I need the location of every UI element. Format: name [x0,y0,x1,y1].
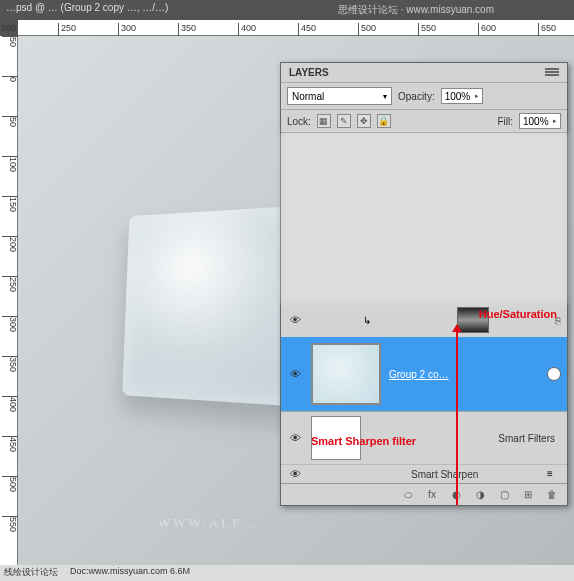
ruler-tick: 250 [58,23,76,36]
layers-tab-label: LAYERS [289,67,329,78]
blend-mode-value: Normal [292,91,324,102]
ruler-tick: 50 [2,116,18,127]
ruler-tick: 400 [238,23,256,36]
ruler-tick: 300 [118,23,136,36]
layers-tab[interactable]: LAYERS [281,63,567,82]
fill-value: 100% [523,116,549,127]
smart-object-icon[interactable] [547,367,561,381]
panel-menu-icon[interactable] [543,67,561,79]
opacity-label: Opacity: [398,91,435,102]
watermark-text: WWW.ALF… [158,515,258,531]
ruler-tick: 50 [2,36,18,47]
layers-panel-footer: ⬭ fx ◐ ◑ ▢ ⊞ 🗑 [281,483,567,505]
visibility-eye-icon[interactable]: 👁 [287,368,303,380]
ruler-tick: 200 [0,23,16,36]
layer-thumbnail[interactable] [311,343,381,405]
ruler-horizontal[interactable]: 200 250 300 350 400 450 500 550 600 650 [18,20,574,36]
visibility-eye-icon[interactable]: 👁 [287,314,303,326]
ruler-tick: 300 [2,316,18,332]
selected-layer-row[interactable]: 👁 Group 2 co… [281,337,567,411]
lock-row: Lock: ▦ ✎ ✥ 🔒 Fill: 100% [281,109,567,133]
ruler-tick: 450 [298,23,316,36]
ruler-tick: 350 [178,23,196,36]
ruler-tick: 400 [2,396,18,412]
annotation-smart-sharpen: Smart Sharpen filter [311,435,416,447]
annotation-arrow [456,325,458,505]
smart-sharpen-row[interactable]: 👁 Smart Sharpen ≡ [281,464,567,483]
ruler-tick: 600 [478,23,496,36]
ruler-tick: 150 [2,196,18,212]
status-bar: 线绘设计论坛 Doc:www.missyuan.com 6.6M [0,565,574,581]
ruler-tick: 500 [2,476,18,492]
visibility-eye-icon[interactable]: 👁 [287,432,303,444]
clip-indicator-icon: ↳ [363,315,379,326]
ice-cube-artwork [122,205,300,406]
lock-pixels-icon[interactable]: ✎ [337,114,351,128]
ruler-vertical[interactable]: 50 0 50 100 150 200 250 300 350 400 450 … [0,36,18,571]
ruler-tick: 550 [2,516,18,532]
status-left: 线绘设计论坛 [4,566,58,580]
layer-name[interactable]: Group 2 co… [389,369,448,380]
layers-panel[interactable]: LAYERS Normal Opacity: 100% Lock: ▦ ✎ ✥ … [280,62,568,506]
smart-filters-label: Smart Filters [498,433,555,444]
layer-fx-icon[interactable]: fx [425,488,439,502]
delete-layer-icon[interactable]: 🗑 [545,488,559,502]
new-layer-icon[interactable]: ⊞ [521,488,535,502]
annotation-hue-saturation: Hue/Saturation [479,308,557,320]
filter-blending-options-icon[interactable]: ≡ [547,468,561,480]
lock-transparency-icon[interactable]: ▦ [317,114,331,128]
layer-list[interactable]: Hue/Saturation Smart Sharpen filter 👁 ↳ … [281,133,567,483]
adjustment-layer-icon[interactable]: ◑ [473,488,487,502]
opacity-input[interactable]: 100% [441,88,483,104]
ruler-tick: 350 [2,356,18,372]
fill-label: Fill: [497,116,513,127]
ruler-tick: 250 [2,276,18,292]
ruler-tick: 0 [2,76,18,82]
layer-group-icon[interactable]: ▢ [497,488,511,502]
ruler-tick: 550 [418,23,436,36]
lock-position-icon[interactable]: ✥ [357,114,371,128]
link-layers-icon[interactable]: ⬭ [401,488,415,502]
opacity-value: 100% [445,91,471,102]
watermark-top: 思维设计论坛 · www.missyuan.com [338,3,494,17]
visibility-eye-icon[interactable]: 👁 [287,468,303,480]
ruler-tick: 500 [358,23,376,36]
ruler-tick: 200 [2,236,18,252]
lock-all-icon[interactable]: 🔒 [377,114,391,128]
blend-mode-row: Normal Opacity: 100% [281,82,567,109]
fill-input[interactable]: 100% [519,113,561,129]
document-title: …psd @ … (Group 2 copy …, …/…) [6,2,168,13]
ruler-tick: 450 [2,436,18,452]
blurred-layers [281,133,567,303]
ruler-tick: 100 [2,156,18,172]
smart-sharpen-label[interactable]: Smart Sharpen [411,469,539,480]
status-doc-size: Doc:www.missyuan.com 6.6M [70,566,190,580]
blend-mode-select[interactable]: Normal [287,87,392,105]
lock-label: Lock: [287,116,311,127]
ruler-tick: 650 [538,23,556,36]
